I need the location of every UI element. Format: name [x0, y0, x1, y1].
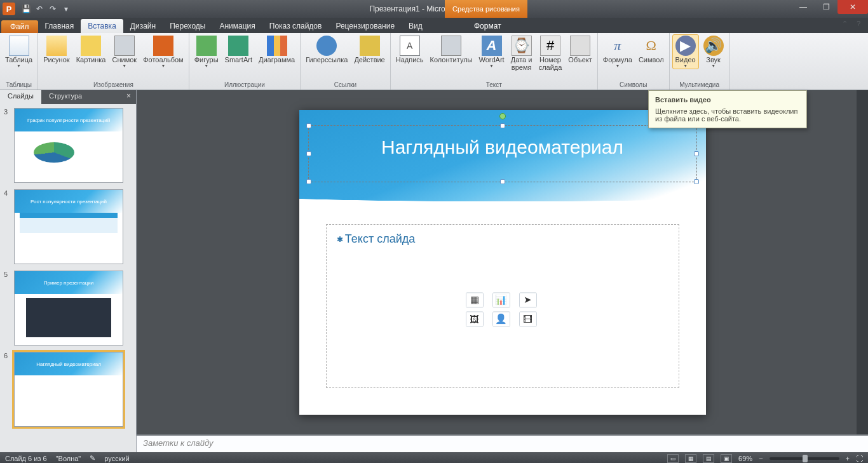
insert-table-icon[interactable]: ▦ — [466, 292, 484, 307]
tab-format[interactable]: Формат — [467, 19, 508, 33]
object-icon — [570, 36, 590, 56]
tooltip-title: Вставить видео — [655, 96, 800, 104]
thumbnail-5[interactable]: Пример презентации — [14, 271, 123, 346]
headerfooter-button[interactable]: Колонтитулы — [428, 34, 475, 65]
datetime-button[interactable]: ⌚Дата и время — [508, 34, 535, 72]
action-icon — [360, 36, 380, 56]
slidenumber-button[interactable]: #Номер слайда — [536, 34, 565, 72]
vertical-scrollbar[interactable] — [857, 90, 868, 434]
slide-title-text[interactable]: Наглядный видеоматериал — [299, 137, 706, 158]
window-controls: — ❐ ✕ — [792, 0, 868, 14]
tab-slideshow[interactable]: Показ слайдов — [262, 19, 329, 33]
undo-icon[interactable]: ↶ — [34, 3, 45, 15]
group-text: Текст — [393, 80, 595, 90]
ribbon: Таблица▼ Таблицы Рисунок Картинка Снимок… — [0, 33, 868, 90]
maximize-button[interactable]: ❐ — [815, 0, 837, 14]
shapes-button[interactable]: Фигуры▼ — [192, 34, 221, 69]
chart-icon — [267, 36, 287, 56]
wordart-button[interactable]: AWordArt▼ — [477, 34, 507, 69]
slide-counter: Слайд 6 из 6 — [5, 455, 47, 462]
smartart-button[interactable]: SmartArt — [222, 34, 255, 65]
clipart-icon — [81, 36, 101, 56]
spellcheck-icon[interactable]: ✎ — [90, 454, 95, 462]
insert-smartart-icon[interactable]: ➤ — [519, 292, 537, 307]
photoalbum-button[interactable]: Фотоальбом▼ — [140, 34, 186, 69]
save-icon[interactable]: 💾 — [20, 3, 32, 15]
thumbnail-6[interactable]: Наглядный видеоматериал — [14, 352, 123, 427]
tab-file[interactable]: Файл — [1, 20, 38, 33]
slideshow-view-button[interactable]: ▣ — [721, 454, 732, 463]
zoom-slider[interactable] — [770, 457, 839, 460]
picture-icon — [46, 36, 67, 56]
tab-design[interactable]: Дизайн — [123, 19, 163, 33]
insert-clipart-icon[interactable]: 👤 — [492, 311, 510, 326]
resize-handle-n[interactable] — [500, 123, 505, 128]
thumbnail-list[interactable]: 3 График популярности презентаций 4 Рост… — [0, 104, 136, 452]
sorter-view-button[interactable]: ▦ — [685, 454, 696, 463]
fit-to-window-button[interactable]: ⛶ — [856, 455, 863, 462]
language-indicator[interactable]: русский — [104, 455, 129, 462]
slide-panel: Слайды Структура × 3 График популярности… — [0, 90, 137, 452]
placeholder-prompt: Текст слайда — [337, 232, 668, 246]
zoom-level[interactable]: 69% — [738, 455, 752, 462]
notes-pane[interactable]: Заметки к слайду — [137, 434, 868, 452]
textbox-button[interactable]: AНадпись — [393, 34, 426, 65]
hyperlink-button[interactable]: Гиперссылка — [303, 34, 350, 65]
screenshot-button[interactable]: Снимок▼ — [109, 34, 139, 69]
zoom-slider-thumb[interactable] — [803, 455, 808, 462]
equation-icon: π — [607, 36, 628, 56]
current-slide[interactable]: Наглядный видеоматериал Текст слайда ▦ 📊… — [299, 110, 706, 415]
tooltip-body: Щелкните здесь, чтобы вставить видеоклип… — [655, 107, 800, 123]
thumbnail-4[interactable]: Рост популярности презентаций — [14, 189, 123, 264]
tab-review[interactable]: Рецензирование — [329, 19, 402, 33]
redo-icon[interactable]: ↷ — [47, 3, 58, 15]
minimize-button[interactable]: — — [792, 0, 815, 14]
ribbon-minimize-icon[interactable]: ⌃ — [837, 18, 851, 29]
normal-view-button[interactable]: ▭ — [667, 454, 679, 463]
help-icon[interactable]: ? — [851, 18, 865, 29]
resize-handle-sw[interactable] — [306, 179, 311, 184]
tab-transitions[interactable]: Переходы — [163, 19, 212, 33]
equation-button[interactable]: πФормула▼ — [600, 34, 635, 69]
group-images: Изображения — [41, 80, 186, 90]
chart-button[interactable]: Диаграмма — [256, 34, 297, 65]
thumbnail-3[interactable]: График популярности презентаций — [14, 108, 123, 183]
video-thumbnail-icon — [26, 298, 111, 337]
picture-button[interactable]: Рисунок — [41, 34, 72, 65]
resize-handle-s[interactable] — [500, 179, 505, 184]
panel-tab-outline[interactable]: Структура — [41, 90, 90, 104]
resize-handle-nw[interactable] — [306, 123, 311, 128]
object-button[interactable]: Объект — [566, 34, 594, 65]
video-icon: ▶ — [675, 36, 696, 56]
tab-animation[interactable]: Анимация — [212, 19, 262, 33]
panel-tab-slides[interactable]: Слайды — [0, 90, 41, 104]
zoom-in-button[interactable]: + — [846, 455, 850, 462]
main-area: Слайды Структура × 3 График популярности… — [0, 90, 868, 452]
content-icons: ▦ 📊 ➤ 🖼 👤 🎞 — [466, 292, 539, 326]
rotation-handle[interactable] — [499, 113, 506, 119]
group-media: Мультимедиа — [672, 80, 727, 90]
qat-customize-icon[interactable]: ▾ — [60, 3, 72, 15]
clipart-button[interactable]: Картинка — [74, 34, 109, 65]
smartart-icon — [228, 36, 248, 56]
tab-insert[interactable]: Вставка — [81, 19, 123, 33]
insert-media-icon[interactable]: 🎞 — [519, 311, 537, 326]
insert-chart-icon[interactable]: 📊 — [492, 292, 510, 307]
content-placeholder[interactable]: Текст слайда ▦ 📊 ➤ 🖼 👤 🎞 — [326, 224, 679, 388]
symbol-button[interactable]: ΩСимвол — [636, 34, 667, 65]
resize-handle-se[interactable] — [694, 179, 699, 184]
action-button[interactable]: Действие — [351, 34, 387, 65]
zoom-out-button[interactable]: − — [759, 455, 763, 462]
insert-picture-icon[interactable]: 🖼 — [466, 311, 484, 326]
group-symbols: Символы — [600, 80, 667, 90]
tab-home[interactable]: Главная — [38, 19, 81, 33]
reading-view-button[interactable]: ▤ — [703, 454, 714, 463]
tab-view[interactable]: Вид — [402, 19, 430, 33]
audio-button[interactable]: 🔊Звук▼ — [700, 34, 727, 69]
panel-close-icon[interactable]: × — [121, 90, 136, 104]
title-bar: P 💾 ↶ ↷ ▾ Презентация1 - Microsoft Power… — [0, 0, 868, 18]
close-button[interactable]: ✕ — [837, 0, 868, 14]
table-button[interactable]: Таблица▼ — [3, 34, 35, 69]
theme-name: "Волна" — [56, 455, 81, 462]
video-button[interactable]: ▶Видео▼ — [672, 34, 699, 69]
